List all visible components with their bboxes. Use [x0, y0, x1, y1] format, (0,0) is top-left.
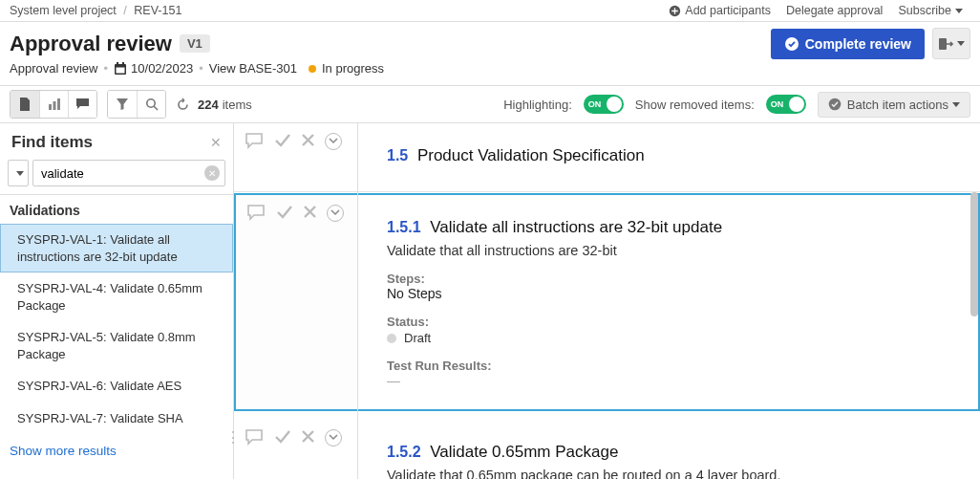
- section-description: Validate that 0.65mm package can be rout…: [387, 468, 951, 479]
- search-icon: [145, 98, 159, 111]
- reject-row-button[interactable]: [303, 205, 317, 219]
- view-stats-button[interactable]: [39, 91, 68, 118]
- delegate-approval-button[interactable]: Delegate approval: [778, 4, 890, 17]
- breadcrumb-item[interactable]: REV-151: [134, 4, 181, 17]
- review-meta: Approval review • 10/02/2023 • View BASE…: [0, 61, 980, 86]
- document-icon: [18, 97, 32, 112]
- filter-button[interactable]: [108, 91, 137, 118]
- chevron-down-icon: [957, 41, 965, 46]
- search-result-item[interactable]: SYSPRJ-VAL-7: Validate SHA: [0, 403, 233, 435]
- search-result-item[interactable]: SYSPRJ-VAL-1: Validate all instructions …: [0, 224, 233, 272]
- steps-value: No Steps: [387, 286, 949, 301]
- item-count: 224: [198, 98, 219, 112]
- clear-search-button[interactable]: ✕: [204, 165, 220, 181]
- search-result-item[interactable]: SYSPRJ-VAL-6: Validate AES: [0, 370, 233, 403]
- expand-row-button[interactable]: [325, 429, 342, 446]
- chevron-down-icon: [330, 209, 340, 217]
- comment-row-button[interactable]: [247, 205, 266, 222]
- svg-point-10: [146, 99, 154, 107]
- reject-row-button[interactable]: [301, 133, 315, 147]
- approve-row-button[interactable]: [276, 205, 293, 220]
- show-removed-label: Show removed items:: [635, 98, 755, 112]
- complete-review-button[interactable]: Complete review: [771, 29, 925, 59]
- svg-rect-5: [117, 62, 118, 65]
- approve-row-button[interactable]: [274, 133, 291, 148]
- expand-row-button[interactable]: [327, 205, 344, 222]
- expand-row-button[interactable]: [325, 133, 342, 150]
- bars-icon: [48, 98, 61, 111]
- section-title: Validate all instructions are 32-bit upd…: [430, 218, 722, 236]
- show-removed-toggle[interactable]: ON: [766, 95, 806, 114]
- svg-rect-2: [939, 38, 947, 50]
- search-toolbar-button[interactable]: [137, 91, 165, 118]
- funnel-icon: [116, 98, 129, 111]
- svg-rect-8: [53, 101, 55, 110]
- refresh-icon[interactable]: [176, 98, 190, 112]
- chevron-down-icon: [952, 102, 960, 107]
- view-comments-button[interactable]: [68, 91, 96, 118]
- search-result-item[interactable]: SYSPRJ-VAL-5: Validate 0.8mm Package: [0, 321, 233, 370]
- version-chip: V1: [180, 34, 210, 53]
- steps-label: Steps:: [387, 272, 949, 286]
- close-find-button[interactable]: ✕: [210, 135, 222, 150]
- search-scope-dropdown[interactable]: [8, 160, 29, 186]
- find-items-title: Find items: [11, 133, 93, 152]
- page-title: Approval review: [10, 32, 172, 56]
- highlighting-toggle[interactable]: ON: [584, 95, 624, 114]
- breadcrumb: System level project / REV-151: [10, 4, 181, 17]
- svg-rect-7: [49, 104, 52, 110]
- section-number: 1.5: [387, 147, 408, 163]
- results-group-heading: Validations: [0, 194, 233, 224]
- subscribe-button[interactable]: Subscribe: [890, 4, 970, 17]
- search-result-item[interactable]: SYSPRJ-VAL-4: Validate 0.65mm Package: [0, 272, 233, 321]
- scrollbar-thumb[interactable]: [970, 192, 978, 316]
- comment-icon: [75, 98, 90, 111]
- status-label: Status:: [387, 315, 949, 329]
- comment-row-button[interactable]: [245, 429, 265, 446]
- section-number: 1.5.1: [387, 219, 421, 235]
- chevron-down-icon: [955, 9, 963, 13]
- status-badge: In progress: [322, 61, 384, 76]
- show-more-results-link[interactable]: Show more results: [0, 434, 233, 468]
- add-participants-button[interactable]: Add participants: [661, 4, 778, 17]
- status-dot-icon: [309, 65, 316, 73]
- check-circle-filled-icon: [828, 98, 842, 111]
- reject-row-button[interactable]: [301, 429, 315, 444]
- search-input[interactable]: [32, 160, 225, 186]
- section-number: 1.5.2: [387, 444, 421, 460]
- comment-row-button[interactable]: [245, 133, 265, 150]
- calendar-icon: [114, 62, 127, 76]
- breadcrumb-project[interactable]: System level project: [10, 4, 117, 17]
- status-value: Draft: [387, 331, 949, 345]
- status-dot-gray-icon: [387, 334, 396, 343]
- svg-rect-6: [122, 62, 124, 65]
- section-title: Product Validation Specification: [417, 146, 645, 164]
- plus-circle-icon: [669, 5, 681, 17]
- section-description: Validate that all instructions are 32-bi…: [387, 243, 949, 258]
- approve-row-button[interactable]: [274, 429, 291, 445]
- batch-actions-button[interactable]: Batch item actions: [818, 92, 970, 118]
- section-block: 1.5 Product Validation Specification: [358, 123, 980, 192]
- highlighting-label: Highlighting:: [503, 98, 572, 112]
- chevron-down-icon: [329, 434, 338, 442]
- section-block-selected[interactable]: 1.5.1 Validate all instructions are 32-b…: [358, 193, 980, 411]
- section-block: 1.5.2 Validate 0.65mm Package Validate t…: [358, 420, 980, 479]
- svg-rect-9: [57, 98, 60, 110]
- export-menu-button[interactable]: [932, 28, 970, 59]
- results-label: Test Run Results:: [387, 359, 949, 373]
- svg-rect-4: [117, 67, 125, 73]
- view-document-button[interactable]: [11, 91, 39, 118]
- chevron-down-icon: [329, 138, 338, 145]
- check-circle-icon: [784, 36, 799, 52]
- exit-icon: [939, 37, 954, 51]
- chevron-down-icon: [16, 171, 24, 176]
- section-title: Validate 0.65mm Package: [430, 443, 618, 461]
- results-value: —: [387, 373, 949, 388]
